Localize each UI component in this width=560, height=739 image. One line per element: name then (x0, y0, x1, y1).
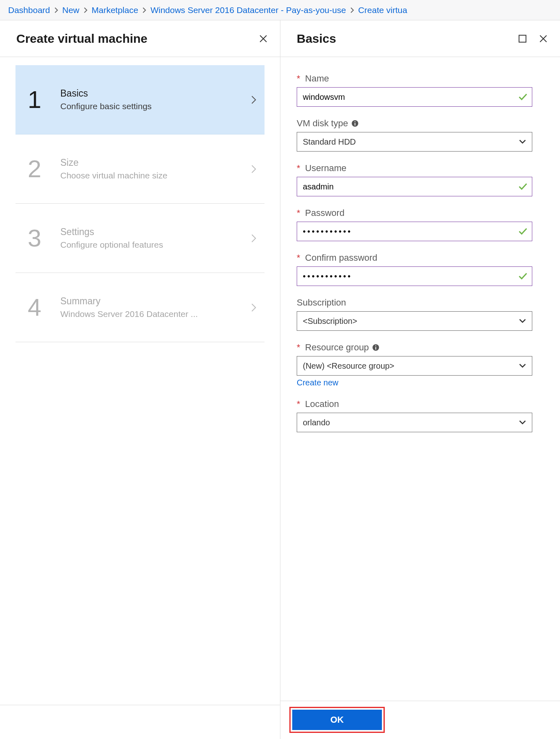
right-panel-title: Basics (297, 32, 518, 46)
left-panel: Create virtual machine 1 Basics Configur… (0, 20, 280, 739)
maximize-icon[interactable] (518, 35, 527, 43)
steps-list: 1 Basics Configure basic settings 2 Size… (0, 57, 280, 342)
right-panel: Basics *Name (280, 20, 560, 739)
ok-button[interactable]: OK (292, 710, 382, 730)
step-number: 2 (28, 155, 60, 183)
location-label: *Location (297, 399, 544, 409)
password-input[interactable] (297, 222, 532, 241)
right-panel-footer: OK (280, 701, 560, 739)
location-select[interactable]: orlando (297, 413, 532, 432)
check-icon (518, 183, 527, 190)
left-panel-title: Create virtual machine (16, 32, 259, 46)
ok-button-highlight: OK (289, 707, 385, 733)
chevron-right-icon (50, 7, 62, 13)
step-title: Settings (60, 227, 251, 238)
step-size[interactable]: 2 Size Choose virtual machine size (15, 134, 265, 204)
check-icon (518, 228, 527, 235)
check-icon (518, 93, 527, 101)
chevron-right-icon (79, 7, 92, 13)
close-icon[interactable] (539, 34, 548, 43)
step-subtitle: Configure basic settings (60, 101, 207, 111)
username-label: *Username (297, 163, 544, 174)
step-title: Size (60, 157, 251, 169)
name-input[interactable] (297, 87, 532, 107)
step-title: Basics (60, 88, 251, 99)
chevron-down-icon (518, 139, 527, 145)
info-icon[interactable] (351, 120, 359, 127)
chevron-right-icon (251, 233, 256, 243)
breadcrumb-item-product[interactable]: Windows Server 2016 Datacenter - Pay-as-… (150, 5, 346, 15)
info-icon[interactable] (372, 344, 379, 351)
check-icon (518, 273, 527, 280)
chevron-right-icon (251, 95, 256, 105)
breadcrumb: Dashboard New Marketplace Windows Server… (0, 0, 560, 20)
subscription-label: Subscription (297, 297, 544, 308)
step-title: Summary (60, 296, 251, 307)
svg-rect-2 (355, 123, 355, 125)
step-number: 4 (28, 293, 60, 321)
name-label: *Name (297, 73, 544, 84)
close-icon[interactable] (259, 34, 268, 43)
disk-label: VM disk type (297, 118, 544, 129)
svg-rect-6 (375, 345, 376, 346)
chevron-right-icon (251, 303, 256, 312)
step-basics[interactable]: 1 Basics Configure basic settings (15, 65, 265, 134)
create-new-link[interactable]: Create new (297, 378, 338, 387)
left-panel-footer (0, 705, 280, 739)
step-number: 1 (28, 86, 60, 114)
password-label: *Password (297, 208, 544, 218)
chevron-right-icon (346, 7, 358, 13)
chevron-down-icon (518, 363, 527, 369)
breadcrumb-item-dashboard[interactable]: Dashboard (8, 5, 50, 15)
chevron-right-icon (251, 164, 256, 174)
disk-type-select[interactable]: Standard HDD (297, 132, 532, 152)
step-number: 3 (28, 224, 60, 252)
step-subtitle: Windows Server 2016 Datacenter ... (60, 309, 207, 319)
username-input[interactable] (297, 177, 532, 196)
step-subtitle: Configure optional features (60, 240, 207, 250)
step-subtitle: Choose virtual machine size (60, 171, 207, 180)
breadcrumb-item-new[interactable]: New (62, 5, 79, 15)
resource-group-label: *Resource group (297, 342, 544, 353)
confirm-password-input[interactable] (297, 266, 532, 286)
svg-rect-3 (355, 121, 355, 122)
svg-rect-0 (519, 35, 526, 42)
breadcrumb-item-create[interactable]: Create virtua (358, 5, 407, 15)
step-settings[interactable]: 3 Settings Configure optional features (15, 204, 265, 273)
chevron-right-icon (138, 7, 150, 13)
chevron-down-icon (518, 420, 527, 425)
chevron-down-icon (518, 318, 527, 324)
resource-group-select[interactable]: (New) <Resource group> (297, 356, 532, 376)
step-summary[interactable]: 4 Summary Windows Server 2016 Datacenter… (15, 273, 265, 342)
confirm-password-label: *Confirm password (297, 253, 544, 263)
subscription-select[interactable]: <Subscription> (297, 311, 532, 331)
basics-form: *Name VM disk type Standard HDD (280, 57, 560, 701)
breadcrumb-item-marketplace[interactable]: Marketplace (92, 5, 138, 15)
svg-rect-5 (375, 347, 376, 350)
